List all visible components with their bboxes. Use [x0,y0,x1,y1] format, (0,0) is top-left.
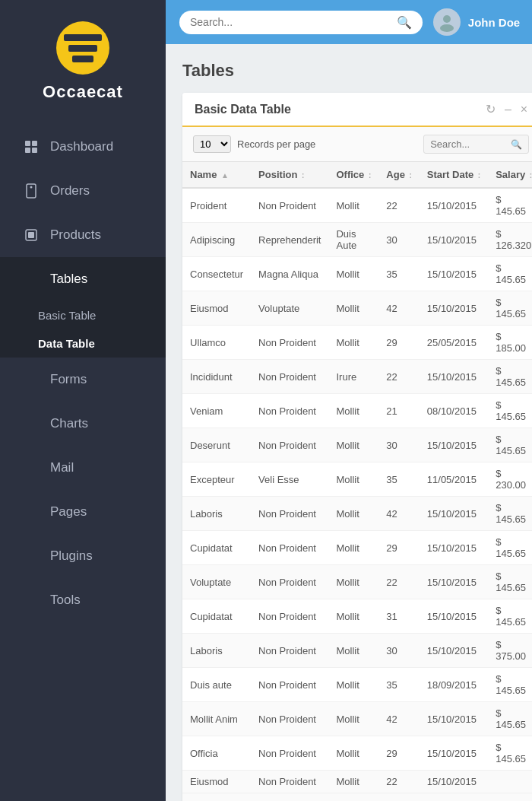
table-cell: $ 145.65 [488,360,532,394]
sort-icon: : [409,171,411,180]
col-startdate[interactable]: Start Date : [420,162,488,189]
sidebar-item-pages[interactable]: Pages [0,490,166,534]
sidebar-item-charts[interactable]: Charts [0,402,166,446]
sort-icon: : [369,171,371,180]
svg-rect-3 [32,148,37,153]
minimize-icon[interactable]: – [505,103,511,116]
tables-submenu: Basic Table Data Table [0,301,166,358]
col-position[interactable]: Position : [251,162,328,189]
search-box[interactable]: 🔍 [179,11,423,34]
table-cell: $ 145.65 [488,291,532,326]
table-cell: Mollit [328,531,378,565]
table-row: DeseruntNon ProidentMollit3015/10/2015$ … [182,428,532,462]
table-cell: Excepteur [182,462,251,497]
sidebar-item-forms[interactable]: Forms [0,358,166,402]
table-cell: $ 145.65 [488,257,532,291]
col-age[interactable]: Age : [378,162,420,189]
table-row: Duis auteNon ProidentMollit3518/09/2015$… [182,668,532,702]
sidebar: Occaecat Dashboard Orders [0,0,166,801]
table-cell: 15/10/2015 [420,531,488,565]
table-cell: 35 [378,462,420,497]
table-cell: Non Proident [251,428,328,462]
card1-toolbar: 10 25 50 Records per page 🔍 [182,127,532,161]
table-cell: 15/10/2015 [420,599,488,634]
table1-body: ProidentNon ProidentMollit2215/10/2015$ … [182,188,532,793]
table-cell: $ 145.65 [488,565,532,599]
table-cell: Mollit [328,599,378,634]
col-salary[interactable]: Salary : [488,162,532,189]
sidebar-item-data-table[interactable]: Data Table [0,329,166,358]
table-cell: Non Proident [251,599,328,634]
sidebar-item-label: Pages [50,504,87,520]
sidebar-item-label: Mail [50,460,74,475]
table-cell: $ 145.65 [488,428,532,462]
table-cell: Mollit [328,668,378,702]
per-page-select[interactable]: 10 25 50 [193,135,231,153]
table-cell: Duis aute [182,668,251,702]
sidebar-item-dashboard[interactable]: Dashboard [0,125,166,169]
svg-rect-2 [25,148,30,153]
tools-icon [23,592,40,609]
table-cell: 15/10/2015 [420,565,488,599]
table-cell: Mollit [328,462,378,497]
search-input[interactable] [190,16,391,28]
card1-header: Basic Data Table ↻ – × [182,93,532,127]
sidebar-item-mail[interactable]: Mail [0,446,166,490]
table-cell: Non Proident [251,771,328,793]
table-cell: 18/09/2015 [420,668,488,702]
table-cell: Duis Aute [328,223,378,257]
sidebar-item-label: Charts [50,416,88,431]
table-search-input[interactable] [430,138,506,150]
table-cell: 21 [378,394,420,428]
table-cell: Laboris [182,497,251,531]
sidebar-item-tools[interactable]: Tools [0,578,166,622]
sidebar-item-orders[interactable]: Orders [0,169,166,213]
sidebar-item-plugins[interactable]: Plugins [0,534,166,578]
table-row: ProidentNon ProidentMollit2215/10/2015$ … [182,188,532,223]
table-cell: Non Proident [251,326,328,360]
refresh-icon[interactable]: ↻ [486,102,496,116]
sort-icon: ▲ [221,171,229,180]
table-cell: 15/10/2015 [420,291,488,326]
table-cell: 29 [378,326,420,360]
table-cell: 30 [378,223,420,257]
col-office[interactable]: Office : [328,162,378,189]
close-icon[interactable]: × [521,103,527,116]
topbar-right: John Doe ⋮ [433,8,532,36]
sidebar-item-products[interactable]: Products [0,213,166,257]
table-row: AdipiscingReprehenderitDuis Aute3015/10/… [182,223,532,257]
records-per-page-label: Records per page [237,138,315,150]
table-cell: Irure [328,360,378,394]
table-cell: Mollit [328,394,378,428]
table-row: VeniamNon ProidentMollit2108/10/2015$ 14… [182,394,532,428]
table-cell: 31 [378,599,420,634]
table-cell: $ 145.65 [488,736,532,771]
sort-icon: : [302,171,304,180]
table-cell: Non Proident [251,702,328,736]
table-cell: Non Proident [251,497,328,531]
sidebar-item-basic-table[interactable]: Basic Table [0,301,166,329]
grid-icon [23,138,40,155]
table-cell [488,771,532,793]
table-cell: Non Proident [251,668,328,702]
table-cell: 15/10/2015 [420,771,488,793]
table-cell: Veniam [182,394,251,428]
svg-rect-7 [28,232,34,238]
sidebar-item-label: Tools [50,593,81,608]
data-table-label: Data Table [38,337,95,350]
sidebar-item-tables[interactable]: Tables [0,257,166,301]
table-row: OfficiaNon ProidentMollit2915/10/2015$ 1… [182,736,532,771]
sidebar-item-label: Tables [50,272,87,287]
table-cell: 15/10/2015 [420,223,488,257]
table-row: LaborisNon ProidentMollit4215/10/2015$ 1… [182,497,532,531]
table-cell: 15/10/2015 [420,428,488,462]
table-cell: 15/10/2015 [420,634,488,668]
logo-stripe [68,45,97,52]
col-name[interactable]: Name ▲ [182,162,251,189]
more-options-icon[interactable]: ⋮ [527,13,532,31]
table-row: ConsecteturMagna AliquaMollit3515/10/201… [182,257,532,291]
table-cell: Non Proident [251,531,328,565]
table-search[interactable]: 🔍 [423,135,529,154]
main-content: 🔍 John Doe ⋮ Tables Basic Data Table ↻ – [166,0,532,801]
table-cell: Magna Aliqua [251,257,328,291]
